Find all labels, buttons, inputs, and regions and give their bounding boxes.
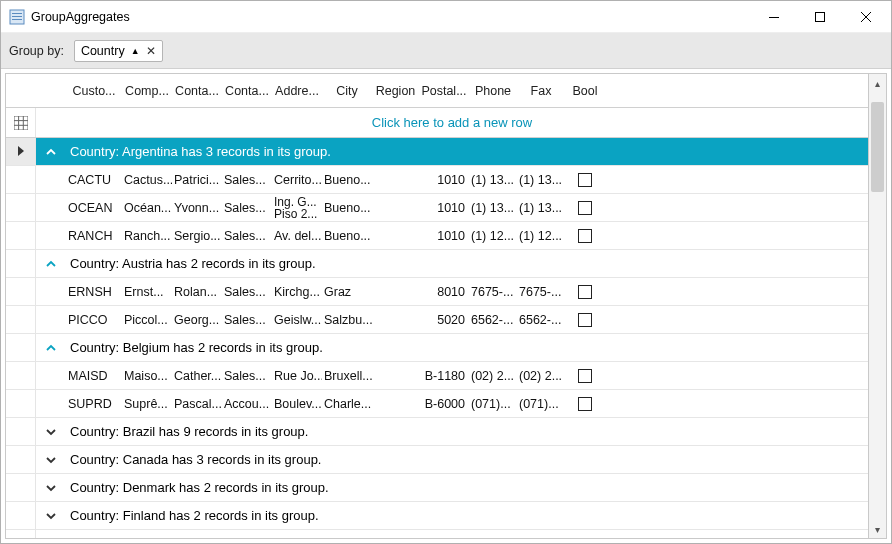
cell-city[interactable]: Bueno... (322, 229, 372, 243)
data-row[interactable]: OCEAN Océan... Yvonn... Sales... Ing. G.… (6, 194, 868, 222)
group-toggle-icon[interactable] (36, 342, 66, 354)
cell-postal[interactable]: 1010 (419, 201, 469, 215)
cell-company[interactable]: Ranch... (122, 229, 172, 243)
cell-customer[interactable]: SUPRD (66, 397, 122, 411)
group-toggle-icon[interactable] (36, 146, 66, 158)
cell-customer[interactable]: OCEAN (66, 201, 122, 215)
cell-contact-name[interactable]: Rolan... (172, 285, 222, 299)
col-phone[interactable]: Phone (469, 74, 517, 107)
cell-bool[interactable] (565, 285, 605, 299)
cell-customer[interactable]: RANCH (66, 229, 122, 243)
cell-phone[interactable]: (02) 2... (469, 369, 517, 383)
group-row[interactable]: Country: France has 11 records in its gr… (6, 530, 868, 538)
checkbox-icon[interactable] (578, 229, 592, 243)
group-toggle-icon[interactable] (36, 454, 66, 466)
col-bool[interactable]: Bool (565, 74, 605, 107)
group-toggle-icon[interactable] (36, 258, 66, 270)
cell-contact-title[interactable]: Sales... (222, 229, 272, 243)
add-new-row-text[interactable]: Click here to add a new row (36, 108, 868, 137)
scroll-thumb[interactable] (871, 102, 884, 192)
cell-bool[interactable] (565, 313, 605, 327)
checkbox-icon[interactable] (578, 285, 592, 299)
group-row[interactable]: Country: Austria has 2 records in its gr… (6, 250, 868, 278)
group-toggle-icon[interactable] (36, 426, 66, 438)
cell-customer[interactable]: ERNSH (66, 285, 122, 299)
cell-contact-name[interactable]: Sergio... (172, 229, 222, 243)
cell-address[interactable]: Geislw... (272, 313, 322, 327)
maximize-button[interactable] (797, 1, 843, 33)
cell-contact-name[interactable]: Pascal... (172, 397, 222, 411)
group-toggle-icon[interactable] (36, 510, 66, 522)
cell-company[interactable]: Océan... (122, 201, 172, 215)
cell-city[interactable]: Bueno... (322, 173, 372, 187)
cell-customer[interactable]: CACTU (66, 173, 122, 187)
group-by-chip[interactable]: Country ▲ ✕ (74, 40, 163, 62)
vertical-scrollbar[interactable]: ▴ ▾ (869, 73, 887, 539)
scroll-up-icon[interactable]: ▴ (869, 74, 886, 92)
data-row[interactable]: PICCO Piccol... Georg... Sales... Geislw… (6, 306, 868, 334)
cell-city[interactable]: Charle... (322, 397, 372, 411)
cell-customer[interactable]: PICCO (66, 313, 122, 327)
cell-company[interactable]: Piccol... (122, 313, 172, 327)
cell-contact-title[interactable]: Sales... (222, 285, 272, 299)
col-fax[interactable]: Fax (517, 74, 565, 107)
col-address[interactable]: Addre... (272, 74, 322, 107)
cell-contact-name[interactable]: Patrici... (172, 173, 222, 187)
cell-city[interactable]: Graz (322, 285, 372, 299)
cell-fax[interactable]: 7675-... (517, 285, 565, 299)
cell-fax[interactable]: (1) 13... (517, 201, 565, 215)
cell-fax[interactable]: (1) 12... (517, 229, 565, 243)
cell-postal[interactable]: 1010 (419, 229, 469, 243)
cell-phone[interactable]: (1) 12... (469, 229, 517, 243)
col-contact-title[interactable]: Conta... (222, 74, 272, 107)
checkbox-icon[interactable] (578, 397, 592, 411)
cell-fax[interactable]: 6562-... (517, 313, 565, 327)
cell-contact-title[interactable]: Sales... (222, 369, 272, 383)
data-row[interactable]: RANCH Ranch... Sergio... Sales... Av. de… (6, 222, 868, 250)
data-row[interactable]: SUPRD Suprê... Pascal... Accou... Boulev… (6, 390, 868, 418)
cell-address[interactable]: Rue Jo... (272, 369, 322, 383)
cell-company[interactable]: Cactus... (122, 173, 172, 187)
group-row[interactable]: Country: Argentina has 3 records in its … (6, 138, 868, 166)
col-contact-name[interactable]: Conta... (172, 74, 222, 107)
cell-bool[interactable] (565, 229, 605, 243)
cell-bool[interactable] (565, 397, 605, 411)
group-row[interactable]: Country: Belgium has 2 records in its gr… (6, 334, 868, 362)
cell-phone[interactable]: 7675-... (469, 285, 517, 299)
group-row[interactable]: Country: Brazil has 9 records in its gro… (6, 418, 868, 446)
cell-address[interactable]: Cerrito... (272, 173, 322, 187)
cell-city[interactable]: Bruxell... (322, 369, 372, 383)
scroll-track[interactable] (869, 92, 886, 520)
cell-postal[interactable]: B-6000 (419, 397, 469, 411)
checkbox-icon[interactable] (578, 369, 592, 383)
group-row[interactable]: Country: Denmark has 2 records in its gr… (6, 474, 868, 502)
close-button[interactable] (843, 1, 889, 33)
checkbox-icon[interactable] (578, 313, 592, 327)
cell-company[interactable]: Maiso... (122, 369, 172, 383)
cell-address[interactable]: Av. del... (272, 229, 322, 243)
cell-contact-name[interactable]: Cather... (172, 369, 222, 383)
cell-contact-name[interactable]: Yvonn... (172, 201, 222, 215)
cell-contact-title[interactable]: Sales... (222, 201, 272, 215)
minimize-button[interactable] (751, 1, 797, 33)
col-city[interactable]: City (322, 74, 372, 107)
col-company[interactable]: Comp... (122, 74, 172, 107)
cell-phone[interactable]: 6562-... (469, 313, 517, 327)
scroll-down-icon[interactable]: ▾ (869, 520, 886, 538)
cell-contact-name[interactable]: Georg... (172, 313, 222, 327)
cell-contact-title[interactable]: Sales... (222, 173, 272, 187)
cell-bool[interactable] (565, 173, 605, 187)
cell-city[interactable]: Bueno... (322, 201, 372, 215)
cell-customer[interactable]: MAISD (66, 369, 122, 383)
cell-contact-title[interactable]: Sales... (222, 313, 272, 327)
cell-postal[interactable]: 8010 (419, 285, 469, 299)
data-row[interactable]: ERNSH Ernst... Rolan... Sales... Kirchg.… (6, 278, 868, 306)
cell-phone[interactable]: (1) 13... (469, 201, 517, 215)
col-region[interactable]: Region (372, 74, 419, 107)
col-postal[interactable]: Postal... (419, 74, 469, 107)
cell-address[interactable]: Kirchg... (272, 285, 322, 299)
cell-postal[interactable]: 5020 (419, 313, 469, 327)
group-toggle-icon[interactable] (36, 538, 66, 539)
cell-company[interactable]: Ernst... (122, 285, 172, 299)
cell-bool[interactable] (565, 201, 605, 215)
